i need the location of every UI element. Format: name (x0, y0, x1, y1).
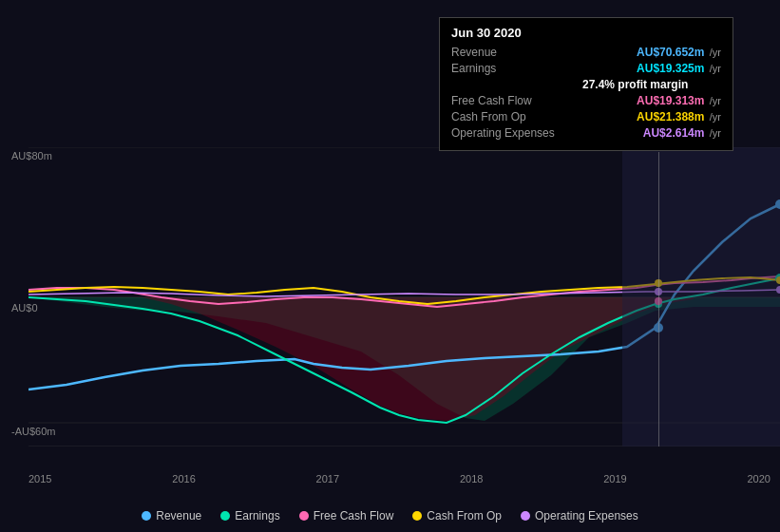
hover-line (658, 152, 659, 446)
legend-item-fcf[interactable]: Free Cash Flow (299, 509, 394, 522)
legend-label-revenue: Revenue (156, 509, 201, 522)
tooltip-label-cashfromop: Cash From Op (451, 110, 575, 124)
legend-dot-cashfromop (412, 511, 422, 521)
legend-dot-revenue (142, 511, 151, 521)
x-label-2017: 2017 (316, 473, 339, 484)
tooltip-row-opex: Operating Expenses AU$2.614m /yr (451, 126, 721, 140)
chart-container: Jun 30 2020 Revenue AU$70.652m /yr Earni… (0, 0, 780, 532)
legend-item-cashfromop[interactable]: Cash From Op (412, 509, 502, 522)
tooltip-row-cashfromop: Cash From Op AU$21.388m /yr (451, 110, 721, 124)
tooltip-row-fcf: Free Cash Flow AU$19.313m /yr (451, 94, 721, 107)
tooltip-box: Jun 30 2020 Revenue AU$70.652m /yr Earni… (439, 17, 733, 151)
tooltip-value-cashfromop: AU$21.388m /yr (637, 110, 721, 124)
x-label-2020: 2020 (747, 473, 770, 484)
tooltip-value-margin: 27.4% profit margin (582, 78, 688, 91)
legend-dot-earnings (220, 511, 230, 521)
legend-label-cashfromop: Cash From Op (427, 509, 502, 522)
legend-item-opex[interactable]: Operating Expenses (521, 509, 638, 522)
legend: Revenue Earnings Free Cash Flow Cash Fro… (0, 509, 780, 522)
x-labels: 2015 2016 2017 2018 2019 2020 (29, 473, 770, 484)
tooltip-label-earnings: Earnings (451, 62, 575, 75)
legend-item-revenue[interactable]: Revenue (142, 509, 201, 522)
tooltip-row-margin: 27.4% profit margin (575, 78, 721, 91)
legend-label-opex: Operating Expenses (535, 509, 638, 522)
tooltip-label-fcf: Free Cash Flow (451, 94, 575, 107)
tooltip-label-revenue: Revenue (451, 46, 575, 59)
tooltip-value-earnings: AU$19.325m /yr (637, 62, 721, 75)
legend-item-earnings[interactable]: Earnings (220, 509, 279, 522)
highlight-region (622, 147, 780, 446)
tooltip-row-revenue: Revenue AU$70.652m /yr (451, 46, 721, 59)
x-label-2019: 2019 (603, 473, 626, 484)
legend-label-earnings: Earnings (235, 509, 279, 522)
tooltip-row-earnings: Earnings AU$19.325m /yr (451, 62, 721, 75)
legend-dot-opex (521, 511, 530, 521)
tooltip-value-revenue: AU$70.652m /yr (637, 46, 721, 59)
x-label-2015: 2015 (29, 473, 51, 484)
tooltip-title: Jun 30 2020 (451, 26, 721, 40)
tooltip-label-opex: Operating Expenses (451, 126, 575, 140)
x-label-2018: 2018 (460, 473, 483, 484)
legend-label-fcf: Free Cash Flow (314, 509, 394, 522)
legend-dot-fcf (299, 511, 309, 521)
tooltip-value-opex: AU$2.614m /yr (643, 126, 721, 140)
x-label-2016: 2016 (172, 473, 195, 484)
tooltip-value-fcf: AU$19.313m /yr (637, 94, 721, 107)
